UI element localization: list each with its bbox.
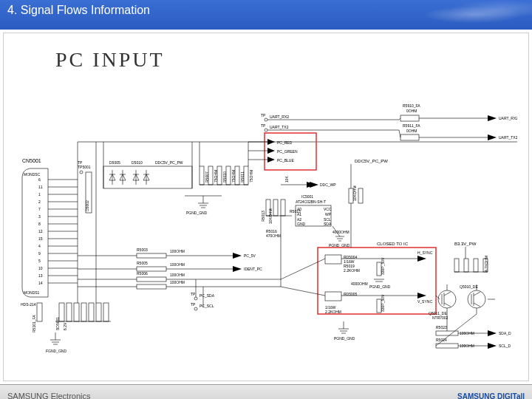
svg-text:330P_50V: 330P_50V [381,294,385,312]
svg-text:R5003: R5003 [137,248,148,252]
svg-rect-179 [464,259,468,272]
pin-wires [48,180,78,283]
svg-text:UART_RX2: UART_RX2 [499,116,517,120]
svg-rect-142 [66,303,72,321]
r100-bank: R5003 100OHM R5005 100OHM R5006 100OHM 1… [78,248,185,289]
svg-rect-48 [244,166,248,185]
svg-text:D5005: D5005 [109,160,120,165]
svg-text:SDA: SDA [324,222,332,226]
svg-line-78 [399,130,400,137]
svg-text:4.7KOHM: 4.7KOHM [484,256,488,272]
svg-text:100OHM: 100OHM [170,262,185,267]
svg-text:4000OHM: 4000OHM [332,230,349,234]
svg-text:2: 2 [38,200,41,204]
svg-rect-107 [281,200,285,216]
closed-label: CLOSED TO IC [377,242,409,246]
svg-text:IDENT_PC: IDENT_PC [244,267,262,271]
svg-text:9: 9 [38,251,41,256]
svg-rect-74 [400,134,419,140]
svg-rect-154 [325,255,341,264]
svg-text:GND: GND [297,222,306,226]
svg-rect-151 [37,303,42,321]
svg-rect-165 [325,292,341,301]
slide-header: 4. Signal Flows Information [0,0,532,30]
diagram-title: PC INPUT [55,48,165,72]
fets: Q5011_DE NTR7002 Q5010_DE [429,284,495,320]
svg-point-184 [438,290,456,308]
ddc-wp: DDC_WP [281,182,336,188]
svg-text:R5006: R5006 [137,271,148,276]
svg-text:UART_RX2: UART_RX2 [270,115,289,119]
svg-text:R5911_FA: R5911_FA [403,123,420,128]
svg-text:NTR7002: NTR7002 [432,316,449,320]
svg-text:UART_TX2: UART_TX2 [499,135,517,140]
svg-text:14: 14 [38,281,43,285]
svg-text:6.2V: 6.2V [63,322,67,330]
svg-rect-143 [74,303,79,321]
svg-text:TP: TP [261,123,266,128]
svg-text:R5910_FA: R5910_FA [403,103,420,108]
svg-text:SDA_D: SDA_D [499,331,511,335]
svg-text:R5023: R5023 [436,325,447,330]
conn-label: CN5001 [22,158,41,163]
schematic-diagram: CN5001 MONDSC MONDS1 HDS-214 611 12 73 8… [15,70,517,373]
svg-rect-113 [137,253,166,258]
uart-tp: TP UART_RX2 TP UART_TX2 [261,113,399,132]
svg-text:100OHM: 100OHM [170,249,185,253]
svg-text:10KOHM: 10KOHM [352,185,357,201]
svg-text:75OHM: 75OHM [249,170,253,183]
svg-text:D5010: D5010 [132,160,143,165]
conn-part: HDS-214 [21,302,36,307]
svg-text:R5015: R5015 [290,209,301,214]
svg-text:2.2KOHM: 2.2KOHM [344,268,360,273]
svg-rect-147 [103,303,109,321]
svg-point-134 [194,297,197,300]
svg-text:5: 5 [38,259,41,263]
svg-text:R5005: R5005 [137,261,148,265]
svg-rect-178 [454,259,459,272]
pgnd1: PGND_GND [186,211,208,215]
svg-text:7: 7 [38,207,41,211]
svg-text:4: 4 [38,244,41,248]
svg-text:PC_BLUE: PC_BLUE [277,158,294,163]
svg-text:IC5001: IC5001 [301,194,313,199]
svg-rect-44 [226,166,231,185]
svg-rect-121 [137,284,166,289]
svg-text:100OHM: 100OHM [170,280,185,284]
svg-rect-87 [358,188,363,203]
svg-text:4000OHM: 4000OHM [351,282,368,286]
svg-text:PGND_GND: PGND_GND [369,284,391,289]
svg-line-174 [281,287,325,296]
svg-text:0OHM: 0OHM [406,129,417,133]
svg-point-62 [265,118,267,121]
svg-rect-144 [81,303,86,321]
ic5001: IC5001 AT24C02BN-SH-T A0VCC A1WP A2SCL G… [296,194,332,226]
svg-text:PGND_GND: PGND_GND [334,336,355,341]
slide-body: PC INPUT CN5001 MONDSC MONDS1 HDS-214 61… [3,33,529,381]
svg-text:TP: TP [191,302,196,307]
svg-text:VCC: VCC [324,207,332,211]
svg-text:3: 3 [38,214,41,219]
testpoint-icon [80,171,83,174]
svg-text:PC_SCL: PC_SCL [200,304,214,308]
svg-text:PC_GREEN: PC_GREEN [277,149,298,154]
svg-text:Q5010_DE: Q5010_DE [460,284,478,289]
svg-point-65 [265,129,267,132]
slide-footer: SAMSUNG Electronics SAMSUNG DIGITall [0,384,532,399]
svg-rect-192 [436,331,458,335]
fgnd: FGND_GND [46,349,66,353]
svg-point-187 [468,290,485,308]
svg-rect-71 [400,115,419,121]
svg-text:12: 12 [38,229,43,233]
svg-rect-195 [436,344,458,348]
ddc5v-label: DDC5V_PC_PW [355,159,388,163]
svg-text:11: 11 [38,185,43,189]
svg-text:6: 6 [38,177,41,182]
svg-rect-145 [89,303,94,321]
dsub-connector [22,168,48,297]
svg-rect-40 [208,166,213,185]
svg-text:PGND_GND: PGND_GND [329,243,350,248]
svg-text:R5013: R5013 [261,211,265,222]
svg-text:DDC_WP: DDC_WP [320,183,336,187]
sync-block: RD5004 1/16W R50192.2KOHM H_SYNC 330P_50… [325,250,433,314]
